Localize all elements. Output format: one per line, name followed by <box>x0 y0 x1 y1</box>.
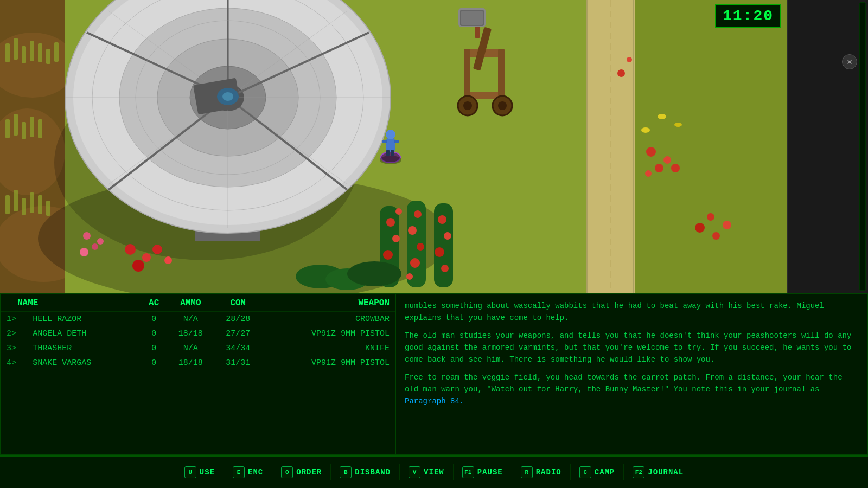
key-view: V <box>409 466 420 478</box>
svg-point-69 <box>444 232 451 240</box>
action-button-pause[interactable]: F1PAUSE <box>455 460 510 484</box>
character-list: 1> HELL RAZOR 0 N/A 28/28 CROWBAR 2> ANG… <box>1 312 395 371</box>
svg-point-64 <box>408 226 417 235</box>
action-button-use[interactable]: UUSE <box>177 460 222 484</box>
label-disband: DISBAND <box>355 468 391 477</box>
time-display: 11:20 <box>715 4 781 28</box>
action-button-view[interactable]: VVIEW <box>401 460 452 484</box>
character-panel: NAME AC AMMO CON WEAPON 1> HELL RAZOR 0 … <box>0 293 396 455</box>
action-button-disband[interactable]: BDISBAND <box>332 460 398 484</box>
svg-rect-11 <box>54 42 59 62</box>
col-header-weapon: WEAPON <box>262 294 395 312</box>
col-header-name: NAME <box>1 294 141 312</box>
svg-rect-113 <box>394 140 399 143</box>
svg-point-98 <box>674 123 682 127</box>
button-separator <box>570 464 571 480</box>
svg-point-79 <box>80 248 88 256</box>
key-camp: C <box>579 466 591 478</box>
action-button-camp[interactable]: CCAMP <box>572 460 623 484</box>
svg-point-105 <box>707 213 714 221</box>
svg-point-102 <box>655 164 663 172</box>
svg-point-116 <box>380 156 401 164</box>
bottom-ui: NAME AC AMMO CON WEAPON 1> HELL RAZOR 0 … <box>0 293 868 488</box>
svg-point-111 <box>386 130 395 139</box>
svg-point-97 <box>658 114 666 119</box>
svg-rect-22 <box>46 201 50 216</box>
label-camp: CAMP <box>595 468 615 477</box>
svg-point-60 <box>383 250 393 260</box>
svg-point-59 <box>392 235 400 242</box>
narrative-paragraph-3: Free to roam the veggie field, you head … <box>405 372 858 407</box>
narrative-paragraph-3-link[interactable]: Paragraph 84. <box>405 397 464 406</box>
col-header-ac: AC <box>141 294 167 312</box>
narrative-paragraph-2: The old man studies your weapons, and te… <box>405 330 858 365</box>
svg-rect-20 <box>30 192 34 213</box>
key-disband: B <box>340 466 352 478</box>
button-separator <box>224 464 224 480</box>
key-order: O <box>281 466 293 478</box>
button-separator <box>330 464 331 480</box>
svg-point-108 <box>695 223 705 233</box>
svg-point-78 <box>92 243 98 250</box>
table-row[interactable]: 2> ANGELA DETH 0 18/18 27/27 VP91Z 9MM P… <box>1 326 395 341</box>
narrative-paragraph-3-text: Free to roam the veggie field, you head … <box>405 373 843 394</box>
svg-rect-19 <box>22 198 26 215</box>
svg-point-76 <box>164 256 172 264</box>
svg-point-106 <box>723 221 731 229</box>
svg-point-77 <box>83 232 91 240</box>
svg-rect-7 <box>22 46 26 63</box>
label-view: VIEW <box>424 468 444 477</box>
button-separator <box>399 464 400 480</box>
svg-rect-21 <box>38 195 42 214</box>
svg-point-83 <box>347 261 401 286</box>
svg-point-118 <box>627 57 632 62</box>
label-use: USE <box>200 468 215 477</box>
action-bar: UUSEEENCOORDERBDISBANDVVIEWF1PAUSERRADIO… <box>0 455 868 488</box>
action-button-journal[interactable]: F2JOURNAL <box>625 460 691 484</box>
svg-rect-112 <box>382 140 387 143</box>
svg-point-104 <box>671 164 680 172</box>
action-button-enc[interactable]: EENC <box>225 460 271 484</box>
svg-rect-17 <box>5 195 10 214</box>
svg-rect-13 <box>14 114 18 136</box>
svg-point-74 <box>132 260 144 272</box>
svg-rect-6 <box>14 38 18 60</box>
svg-rect-9 <box>38 43 42 62</box>
scrollbar[interactable] <box>859 2 866 291</box>
label-journal: JOURNAL <box>648 468 684 477</box>
action-button-order[interactable]: OORDER <box>273 460 329 484</box>
right-panel: ✕ <box>787 0 868 293</box>
action-button-radio[interactable]: RRADIO <box>513 460 569 484</box>
button-separator <box>623 464 624 480</box>
character-table: NAME AC AMMO CON WEAPON 1> HELL RAZOR 0 … <box>1 294 395 370</box>
svg-point-100 <box>646 147 656 157</box>
table-row[interactable]: 3> THRASHER 0 N/A 34/34 KNIFE <box>1 341 395 356</box>
key-radio: R <box>521 466 533 478</box>
table-row[interactable]: 4> SNAKE VARGAS 0 18/18 31/31 VP91Z 9MM … <box>1 356 395 370</box>
svg-point-70 <box>435 247 444 257</box>
svg-rect-12 <box>5 119 10 138</box>
key-enc: E <box>233 466 245 478</box>
col-header-ammo: AMMO <box>167 294 214 312</box>
svg-point-65 <box>417 243 424 251</box>
svg-point-72 <box>125 244 136 255</box>
svg-rect-86 <box>464 49 470 100</box>
table-row[interactable]: 1> HELL RAZOR 0 N/A 28/28 CROWBAR <box>1 312 395 327</box>
svg-point-89 <box>463 101 472 110</box>
svg-point-91 <box>498 101 507 110</box>
col-header-con: CON <box>214 294 261 312</box>
button-separator <box>272 464 272 480</box>
label-order: ORDER <box>296 468 322 477</box>
svg-rect-28 <box>635 0 787 293</box>
svg-point-75 <box>152 245 162 254</box>
key-pause: F1 <box>462 466 474 478</box>
svg-point-71 <box>441 265 449 272</box>
svg-rect-5 <box>5 43 10 62</box>
svg-point-80 <box>97 238 104 245</box>
svg-point-62 <box>395 208 402 215</box>
svg-point-99 <box>641 127 650 133</box>
label-radio: RADIO <box>536 468 561 477</box>
close-button[interactable]: ✕ <box>842 54 857 69</box>
svg-point-119 <box>617 69 625 77</box>
game-viewport <box>0 0 787 293</box>
